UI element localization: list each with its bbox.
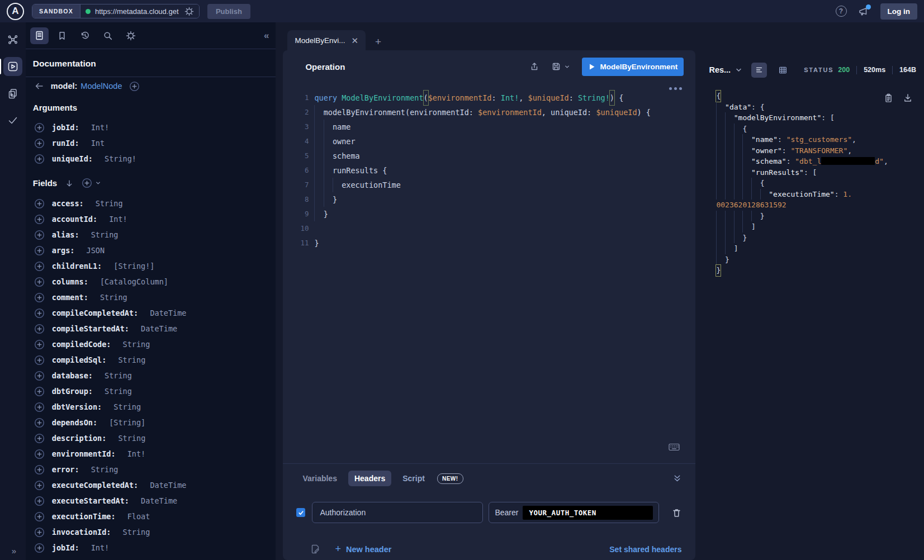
- code-editor[interactable]: 1query ModelByEnvironment($environmentId…: [283, 83, 695, 463]
- doc-field-row[interactable]: dependsOn: [String]: [34, 415, 276, 430]
- run-button[interactable]: ModelByEnvironment: [582, 58, 684, 76]
- save-icon[interactable]: [551, 61, 561, 72]
- doc-field-row[interactable]: dbtVersion: String: [34, 399, 276, 415]
- add-type-to-query-icon[interactable]: [129, 81, 140, 92]
- add-field-to-query-icon[interactable]: [34, 245, 45, 256]
- table-view-icon[interactable]: [775, 63, 790, 78]
- add-field-to-query-icon[interactable]: [34, 138, 45, 149]
- add-field-to-query-icon[interactable]: [34, 230, 45, 240]
- new-header-button[interactable]: + New header: [335, 543, 391, 555]
- doc-field-row[interactable]: description: String: [34, 430, 276, 446]
- format-response-icon[interactable]: [751, 63, 767, 78]
- doc-field-row[interactable]: dbtGroup: String: [34, 383, 276, 399]
- tab-script[interactable]: Script: [396, 471, 431, 486]
- announcements-megaphone-icon[interactable]: [858, 6, 869, 17]
- share-icon[interactable]: [529, 61, 539, 72]
- doc-field-row[interactable]: runId: Int: [34, 135, 276, 151]
- add-field-to-query-icon[interactable]: [34, 543, 45, 553]
- add-field-to-query-icon[interactable]: [34, 480, 45, 491]
- doc-field-row[interactable]: compiledSql: String: [34, 352, 276, 368]
- add-field-to-query-icon[interactable]: [34, 214, 45, 225]
- add-field-to-query-icon[interactable]: [34, 292, 45, 303]
- publish-button[interactable]: Publish: [207, 4, 250, 19]
- doc-field-row[interactable]: access: String: [34, 196, 276, 211]
- doc-field-row[interactable]: environmentId: Int!: [34, 446, 276, 462]
- doc-field-row[interactable]: jobId: Int!: [34, 540, 276, 556]
- add-field-to-query-icon[interactable]: [34, 433, 45, 444]
- sidebar-item-schema[interactable]: [3, 30, 22, 49]
- operation-tab[interactable]: ModelByEnvi... ✕: [287, 30, 366, 50]
- apollo-logo[interactable]: A: [7, 3, 24, 20]
- doc-field-row[interactable]: compiledCode: String: [34, 336, 276, 352]
- editor-menu-ellipsis-icon[interactable]: [669, 87, 682, 90]
- breadcrumb-type-link[interactable]: ModelNode: [80, 82, 122, 91]
- add-field-to-query-icon[interactable]: [34, 277, 45, 287]
- add-field-to-query-icon[interactable]: [34, 464, 45, 475]
- set-shared-headers-link[interactable]: Set shared headers: [609, 545, 681, 554]
- response-json[interactable]: {"data": {"modelByEnvironment": [{"name"…: [716, 91, 924, 276]
- docs-tab-settings[interactable]: [122, 27, 140, 44]
- add-field-to-query-icon[interactable]: [34, 261, 45, 272]
- sidebar-item-checklist[interactable]: [3, 111, 22, 130]
- tab-headers[interactable]: Headers: [348, 471, 391, 486]
- login-button[interactable]: Log in: [880, 3, 918, 20]
- add-field-to-query-icon[interactable]: [34, 355, 45, 366]
- download-response-icon[interactable]: [903, 93, 913, 103]
- doc-field-row[interactable]: compileStartedAt: DateTime: [34, 321, 276, 336]
- back-icon[interactable]: [34, 81, 44, 91]
- header-name-input[interactable]: Authorization: [312, 502, 483, 523]
- header-value-field[interactable]: Bearer YOUR_AUTH_TOKEN: [489, 502, 659, 523]
- doc-field-row[interactable]: executionTime: Float: [34, 509, 276, 524]
- add-field-to-query-icon[interactable]: [34, 511, 45, 522]
- doc-field-row[interactable]: columns: [CatalogColumn]: [34, 274, 276, 290]
- add-field-to-query-icon[interactable]: [34, 527, 45, 538]
- header-presets-icon[interactable]: [310, 544, 320, 554]
- add-field-to-query-icon[interactable]: [34, 449, 45, 459]
- endpoint-input[interactable]: https://metadata.cloud.get: [80, 4, 199, 18]
- doc-field-row[interactable]: jobId: Int!: [34, 120, 276, 135]
- header-enabled-checkbox[interactable]: [296, 508, 305, 517]
- add-field-to-query-icon[interactable]: [34, 198, 45, 209]
- add-field-to-query-icon[interactable]: [34, 154, 45, 164]
- collapse-panel-icon[interactable]: «: [264, 30, 269, 41]
- doc-field-row[interactable]: executeCompletedAt: DateTime: [34, 477, 276, 493]
- docs-tab-history[interactable]: [76, 27, 94, 44]
- new-tab-button[interactable]: +: [375, 36, 381, 50]
- doc-field-row[interactable]: compileCompletedAt: DateTime: [34, 305, 276, 321]
- keyboard-shortcuts-icon[interactable]: [669, 443, 680, 451]
- endpoint-settings-gear-icon[interactable]: [184, 7, 194, 16]
- add-field-to-query-icon[interactable]: [34, 496, 45, 506]
- add-field-to-query-icon[interactable]: [34, 386, 45, 397]
- doc-field-row[interactable]: error: String: [34, 462, 276, 477]
- doc-field-row[interactable]: args: JSON: [34, 243, 276, 258]
- doc-field-row[interactable]: alias: String: [34, 227, 276, 243]
- response-selector[interactable]: Res...: [709, 65, 731, 74]
- docs-tab-bookmarks[interactable]: [53, 27, 72, 44]
- copy-response-clipboard-icon[interactable]: [884, 93, 893, 103]
- save-menu-chevron-icon[interactable]: [564, 64, 570, 70]
- docs-tab-search[interactable]: [99, 27, 117, 44]
- add-field-to-query-icon[interactable]: [34, 371, 45, 381]
- sidebar-item-explorer[interactable]: [3, 57, 22, 76]
- add-field-to-query-icon[interactable]: [34, 308, 45, 319]
- doc-field-row[interactable]: database: String: [34, 368, 276, 383]
- doc-field-row[interactable]: childrenL1: [String!]: [34, 258, 276, 274]
- docs-tab-documentation[interactable]: [30, 27, 49, 44]
- help-icon[interactable]: ?: [836, 6, 847, 17]
- close-tab-icon[interactable]: ✕: [352, 36, 359, 45]
- doc-field-row[interactable]: uniqueId: String!: [34, 151, 276, 167]
- add-field-to-query-icon[interactable]: [34, 122, 45, 133]
- add-all-fields-button[interactable]: [82, 178, 101, 188]
- response-chevron-icon[interactable]: [735, 67, 742, 74]
- doc-field-row[interactable]: accountId: Int!: [34, 211, 276, 227]
- expand-sidebar-icon[interactable]: »: [0, 546, 27, 556]
- add-field-to-query-icon[interactable]: [34, 402, 45, 412]
- collapse-section-chevrons-icon[interactable]: [672, 474, 682, 483]
- add-field-to-query-icon[interactable]: [34, 339, 45, 350]
- add-field-to-query-icon[interactable]: [34, 324, 45, 334]
- tab-variables[interactable]: Variables: [296, 471, 343, 486]
- sort-fields-arrow-down-icon[interactable]: [65, 179, 74, 188]
- doc-field-row[interactable]: executeStartedAt: DateTime: [34, 493, 276, 509]
- sidebar-item-operations[interactable]: [3, 84, 22, 103]
- add-field-to-query-icon[interactable]: [34, 417, 45, 428]
